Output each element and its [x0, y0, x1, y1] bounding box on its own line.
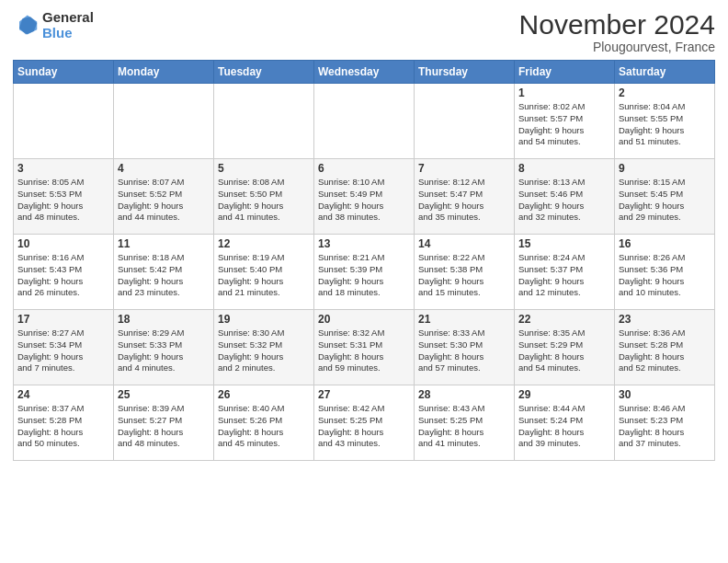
table-row: 30Sunrise: 8:46 AM Sunset: 5:23 PM Dayli… — [615, 385, 715, 461]
calendar-header-row: Sunday Monday Tuesday Wednesday Thursday… — [14, 61, 715, 84]
day-info: Sunrise: 8:12 AM Sunset: 5:47 PM Dayligh… — [418, 177, 510, 224]
table-row: 25Sunrise: 8:39 AM Sunset: 5:27 PM Dayli… — [114, 385, 214, 461]
logo: General Blue — [13, 9, 94, 41]
location: Plougourvest, France — [519, 40, 715, 54]
day-info: Sunrise: 8:13 AM Sunset: 5:46 PM Dayligh… — [518, 177, 610, 224]
day-info: Sunrise: 8:04 AM Sunset: 5:55 PM Dayligh… — [619, 101, 711, 148]
day-number: 4 — [118, 162, 210, 175]
day-number: 7 — [418, 162, 510, 175]
page: General Blue November 2024 Plougourvest,… — [0, 0, 728, 563]
day-info: Sunrise: 8:22 AM Sunset: 5:38 PM Dayligh… — [418, 252, 510, 299]
day-number: 5 — [218, 162, 310, 175]
calendar-week-row: 24Sunrise: 8:37 AM Sunset: 5:28 PM Dayli… — [14, 385, 715, 461]
table-row: 17Sunrise: 8:27 AM Sunset: 5:34 PM Dayli… — [14, 310, 114, 385]
table-row: 7Sunrise: 8:12 AM Sunset: 5:47 PM Daylig… — [415, 159, 515, 235]
day-number: 2 — [619, 86, 711, 99]
table-row: 14Sunrise: 8:22 AM Sunset: 5:38 PM Dayli… — [415, 235, 515, 310]
table-row: 20Sunrise: 8:32 AM Sunset: 5:31 PM Dayli… — [314, 310, 415, 385]
table-row: 13Sunrise: 8:21 AM Sunset: 5:39 PM Dayli… — [314, 235, 415, 310]
day-number: 17 — [17, 313, 109, 326]
day-info: Sunrise: 8:46 AM Sunset: 5:23 PM Dayligh… — [619, 403, 711, 450]
day-info: Sunrise: 8:37 AM Sunset: 5:28 PM Dayligh… — [17, 403, 109, 450]
table-row — [114, 84, 214, 159]
day-number: 14 — [418, 237, 510, 250]
day-number: 15 — [518, 237, 610, 250]
table-row: 18Sunrise: 8:29 AM Sunset: 5:33 PM Dayli… — [114, 310, 214, 385]
day-number: 18 — [118, 313, 210, 326]
day-number: 6 — [318, 162, 410, 175]
day-info: Sunrise: 8:05 AM Sunset: 5:53 PM Dayligh… — [17, 177, 109, 224]
day-number: 25 — [118, 388, 210, 401]
day-number: 16 — [619, 237, 711, 250]
calendar: Sunday Monday Tuesday Wednesday Thursday… — [13, 60, 715, 461]
calendar-week-row: 1Sunrise: 8:02 AM Sunset: 5:57 PM Daylig… — [14, 84, 715, 159]
table-row: 3Sunrise: 8:05 AM Sunset: 5:53 PM Daylig… — [14, 159, 114, 235]
table-row: 2Sunrise: 8:04 AM Sunset: 5:55 PM Daylig… — [615, 84, 715, 159]
header-sunday: Sunday — [14, 61, 114, 84]
header: General Blue November 2024 Plougourvest,… — [13, 9, 715, 54]
table-row: 29Sunrise: 8:44 AM Sunset: 5:24 PM Dayli… — [515, 385, 615, 461]
day-number: 20 — [318, 313, 410, 326]
day-info: Sunrise: 8:07 AM Sunset: 5:52 PM Dayligh… — [118, 177, 210, 224]
table-row: 8Sunrise: 8:13 AM Sunset: 5:46 PM Daylig… — [515, 159, 615, 235]
day-number: 29 — [518, 388, 610, 401]
day-info: Sunrise: 8:15 AM Sunset: 5:45 PM Dayligh… — [619, 177, 711, 224]
day-info: Sunrise: 8:29 AM Sunset: 5:33 PM Dayligh… — [118, 327, 210, 374]
day-info: Sunrise: 8:44 AM Sunset: 5:24 PM Dayligh… — [518, 403, 610, 450]
table-row: 5Sunrise: 8:08 AM Sunset: 5:50 PM Daylig… — [214, 159, 314, 235]
table-row: 16Sunrise: 8:26 AM Sunset: 5:36 PM Dayli… — [615, 235, 715, 310]
table-row: 1Sunrise: 8:02 AM Sunset: 5:57 PM Daylig… — [515, 84, 615, 159]
day-info: Sunrise: 8:19 AM Sunset: 5:40 PM Dayligh… — [218, 252, 310, 299]
day-number: 26 — [218, 388, 310, 401]
day-info: Sunrise: 8:32 AM Sunset: 5:31 PM Dayligh… — [318, 327, 410, 374]
calendar-week-row: 10Sunrise: 8:16 AM Sunset: 5:43 PM Dayli… — [14, 235, 715, 310]
header-friday: Friday — [515, 61, 615, 84]
calendar-week-row: 3Sunrise: 8:05 AM Sunset: 5:53 PM Daylig… — [14, 159, 715, 235]
day-number: 12 — [218, 237, 310, 250]
day-info: Sunrise: 8:40 AM Sunset: 5:26 PM Dayligh… — [218, 403, 310, 450]
table-row: 12Sunrise: 8:19 AM Sunset: 5:40 PM Dayli… — [214, 235, 314, 310]
table-row: 10Sunrise: 8:16 AM Sunset: 5:43 PM Dayli… — [14, 235, 114, 310]
table-row: 6Sunrise: 8:10 AM Sunset: 5:49 PM Daylig… — [314, 159, 415, 235]
day-info: Sunrise: 8:43 AM Sunset: 5:25 PM Dayligh… — [418, 403, 510, 450]
calendar-week-row: 17Sunrise: 8:27 AM Sunset: 5:34 PM Dayli… — [14, 310, 715, 385]
table-row — [214, 84, 314, 159]
table-row: 15Sunrise: 8:24 AM Sunset: 5:37 PM Dayli… — [515, 235, 615, 310]
day-number: 3 — [17, 162, 109, 175]
table-row — [415, 84, 515, 159]
logo-icon — [13, 12, 39, 38]
day-number: 23 — [619, 313, 711, 326]
header-tuesday: Tuesday — [214, 61, 314, 84]
table-row: 19Sunrise: 8:30 AM Sunset: 5:32 PM Dayli… — [214, 310, 314, 385]
title-block: November 2024 Plougourvest, France — [519, 9, 715, 54]
table-row — [314, 84, 415, 159]
day-info: Sunrise: 8:02 AM Sunset: 5:57 PM Dayligh… — [518, 101, 610, 148]
header-wednesday: Wednesday — [314, 61, 415, 84]
day-info: Sunrise: 8:08 AM Sunset: 5:50 PM Dayligh… — [218, 177, 310, 224]
day-number: 1 — [518, 86, 610, 99]
day-info: Sunrise: 8:27 AM Sunset: 5:34 PM Dayligh… — [17, 327, 109, 374]
day-info: Sunrise: 8:26 AM Sunset: 5:36 PM Dayligh… — [619, 252, 711, 299]
day-info: Sunrise: 8:39 AM Sunset: 5:27 PM Dayligh… — [118, 403, 210, 450]
day-info: Sunrise: 8:24 AM Sunset: 5:37 PM Dayligh… — [518, 252, 610, 299]
table-row: 4Sunrise: 8:07 AM Sunset: 5:52 PM Daylig… — [114, 159, 214, 235]
day-info: Sunrise: 8:42 AM Sunset: 5:25 PM Dayligh… — [318, 403, 410, 450]
day-info: Sunrise: 8:10 AM Sunset: 5:49 PM Dayligh… — [318, 177, 410, 224]
header-monday: Monday — [114, 61, 214, 84]
day-info: Sunrise: 8:33 AM Sunset: 5:30 PM Dayligh… — [418, 327, 510, 374]
header-thursday: Thursday — [415, 61, 515, 84]
day-number: 8 — [518, 162, 610, 175]
day-info: Sunrise: 8:18 AM Sunset: 5:42 PM Dayligh… — [118, 252, 210, 299]
day-number: 30 — [619, 388, 711, 401]
day-number: 10 — [17, 237, 109, 250]
table-row: 9Sunrise: 8:15 AM Sunset: 5:45 PM Daylig… — [615, 159, 715, 235]
day-number: 11 — [118, 237, 210, 250]
day-number: 13 — [318, 237, 410, 250]
table-row: 22Sunrise: 8:35 AM Sunset: 5:29 PM Dayli… — [515, 310, 615, 385]
table-row: 23Sunrise: 8:36 AM Sunset: 5:28 PM Dayli… — [615, 310, 715, 385]
table-row: 28Sunrise: 8:43 AM Sunset: 5:25 PM Dayli… — [415, 385, 515, 461]
table-row: 11Sunrise: 8:18 AM Sunset: 5:42 PM Dayli… — [114, 235, 214, 310]
day-number: 22 — [518, 313, 610, 326]
day-info: Sunrise: 8:36 AM Sunset: 5:28 PM Dayligh… — [619, 327, 711, 374]
day-number: 19 — [218, 313, 310, 326]
